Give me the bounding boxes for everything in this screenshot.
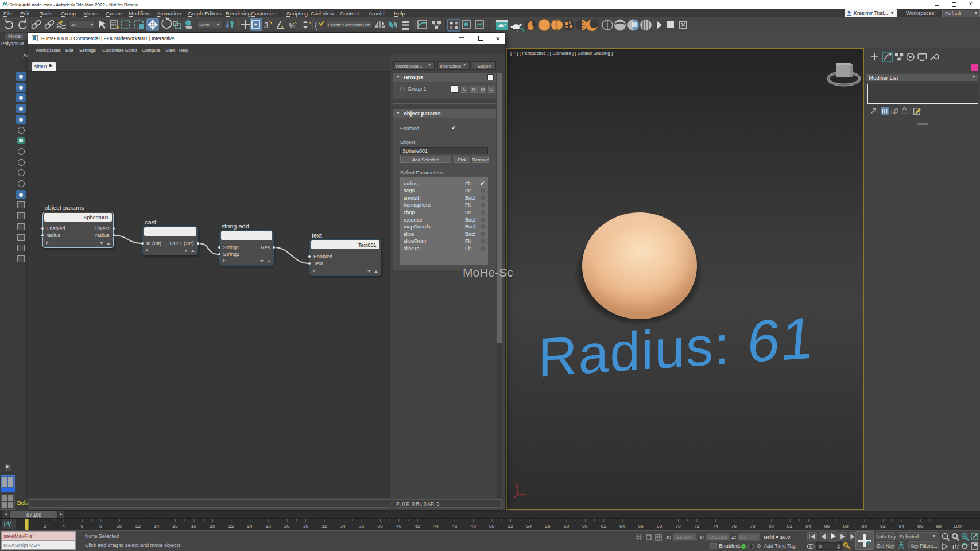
svg-text:2: 2 (44, 523, 47, 529)
svg-text:92: 92 (880, 523, 886, 529)
svg-text:50: 50 (489, 523, 495, 529)
svg-text:8: 8 (99, 523, 102, 529)
svg-text:30: 30 (303, 523, 308, 529)
svg-text:48: 48 (470, 523, 476, 529)
svg-text:46: 46 (452, 523, 458, 529)
svg-text:56: 56 (545, 523, 551, 529)
svg-text:74: 74 (712, 523, 718, 529)
svg-text:38: 38 (377, 523, 383, 529)
svg-text:14: 14 (154, 523, 160, 529)
svg-text:88: 88 (843, 523, 849, 529)
svg-text:64: 64 (619, 523, 625, 529)
svg-text:36: 36 (359, 523, 365, 529)
svg-text:42: 42 (415, 523, 420, 529)
svg-text:94: 94 (899, 523, 905, 529)
svg-text:22: 22 (228, 523, 234, 529)
svg-text:80: 80 (768, 523, 774, 529)
svg-text:68: 68 (657, 523, 663, 529)
svg-text:84: 84 (805, 523, 811, 529)
svg-text:18: 18 (191, 523, 197, 529)
svg-text:70: 70 (675, 523, 681, 529)
svg-text:z: z (515, 483, 517, 487)
svg-text:90: 90 (862, 523, 867, 529)
svg-text:44: 44 (433, 523, 439, 529)
svg-text:%: % (289, 21, 296, 30)
svg-text:View: View (199, 22, 209, 28)
svg-text:12: 12 (135, 523, 141, 529)
svg-text:6: 6 (81, 523, 84, 529)
svg-text:16: 16 (172, 523, 178, 529)
svg-text:86: 86 (824, 523, 830, 529)
svg-text:98: 98 (936, 523, 942, 529)
svg-text:100: 100 (954, 523, 962, 529)
svg-text:40: 40 (396, 523, 402, 529)
svg-text:3: 3 (264, 21, 269, 30)
svg-text:58: 58 (564, 523, 570, 529)
svg-text:96: 96 (917, 523, 923, 529)
svg-text:20: 20 (210, 523, 215, 529)
svg-text:{: { (315, 21, 317, 30)
svg-text:78: 78 (750, 523, 756, 529)
svg-text:All: All (71, 22, 76, 28)
svg-text:32: 32 (321, 523, 327, 529)
svg-text:Create Selection Se: Create Selection Se (328, 22, 369, 28)
svg-text:66: 66 (638, 523, 644, 529)
svg-text:60: 60 (582, 523, 588, 529)
svg-text:10: 10 (117, 523, 122, 529)
svg-text:24: 24 (247, 523, 253, 529)
svg-text:26: 26 (266, 523, 272, 529)
svg-text:54: 54 (526, 523, 532, 529)
svg-text:62: 62 (601, 523, 606, 529)
svg-text:28: 28 (284, 523, 290, 529)
svg-text:72: 72 (694, 523, 700, 529)
svg-text:52: 52 (508, 523, 513, 529)
svg-text:34: 34 (340, 523, 346, 529)
svg-text:76: 76 (731, 523, 737, 529)
svg-text:82: 82 (787, 523, 793, 529)
svg-text:4: 4 (62, 523, 65, 529)
